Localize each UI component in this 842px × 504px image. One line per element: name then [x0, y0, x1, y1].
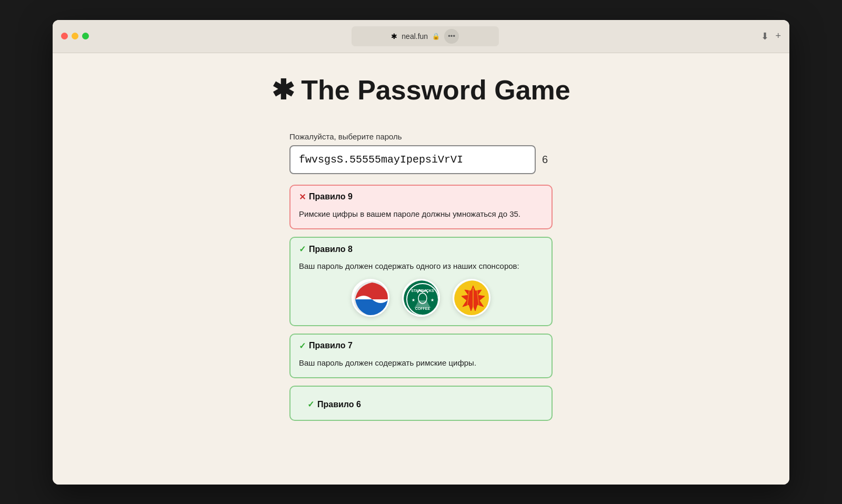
svg-text:★: ★ — [412, 298, 415, 303]
rule-6-header: ✓ Правило 6 — [299, 393, 543, 414]
maximize-button[interactable] — [82, 33, 89, 39]
rule-7-title: Правило 7 — [309, 341, 353, 350]
rule-6-title: Правило 6 — [317, 400, 361, 409]
starbucks-logo: STARBUCKS COFFEE ★ ★ — [402, 279, 440, 317]
page-content: ✱ The Password Game Пожалуйста, выберите… — [53, 53, 789, 485]
rule-8-body: Ваш пароль должен содержать одного из на… — [290, 258, 552, 325]
address-bar: ✱ neal.fun 🔒 ••• — [97, 26, 753, 46]
lock-icon: 🔒 — [432, 33, 440, 40]
rule-8-pass-icon: ✓ — [299, 244, 306, 254]
url-text: neal.fun — [402, 32, 428, 41]
page-title: ✱ The Password Game — [272, 74, 570, 106]
password-input[interactable] — [289, 145, 536, 174]
shell-logo — [453, 279, 490, 317]
rule-9-title: Правило 9 — [309, 192, 353, 201]
browser-window: ✱ neal.fun 🔒 ••• ⬇ + ✱ The Password Game… — [53, 20, 789, 485]
rule-6-pass-icon: ✓ — [307, 399, 314, 409]
url-icon: ✱ — [391, 32, 397, 41]
minimize-button[interactable] — [72, 33, 78, 39]
rule-7-header: ✓ Правило 7 — [290, 335, 552, 355]
sponsors-row: STARBUCKS COFFEE ★ ★ — [299, 279, 543, 317]
rule-9-header: ✕ Правило 9 — [290, 186, 552, 206]
password-length: 6 — [542, 154, 553, 166]
svg-point-2 — [404, 280, 440, 317]
pepsi-logo — [352, 279, 389, 317]
download-button[interactable]: ⬇ — [761, 31, 769, 42]
rule-9-body: Римские цифры в вашем пароле должны умно… — [290, 206, 552, 229]
svg-text:★: ★ — [430, 298, 434, 303]
title-text: The Password Game — [301, 74, 570, 106]
password-label: Пожалуйста, выберите пароль — [289, 132, 553, 141]
rule-card-7: ✓ Правило 7 Ваш пароль должен содержать … — [289, 334, 553, 379]
address-bar-inner[interactable]: ✱ neal.fun 🔒 ••• — [352, 26, 499, 46]
browser-chrome: ✱ neal.fun 🔒 ••• ⬇ + — [53, 20, 789, 53]
rule-card-8: ✓ Правило 8 Ваш пароль должен содержать … — [289, 237, 553, 326]
game-area: Пожалуйста, выберите пароль 6 ✕ Правило … — [289, 132, 553, 424]
title-star-icon: ✱ — [272, 74, 295, 106]
rule-8-text: Ваш пароль должен содержать одного из на… — [299, 261, 519, 270]
browser-actions: ⬇ + — [761, 31, 781, 42]
traffic-lights — [61, 33, 89, 39]
rule-8-title: Правило 8 — [309, 245, 353, 254]
rule-7-pass-icon: ✓ — [299, 341, 306, 351]
rule-card-6-peek: ✓ Правило 6 — [289, 386, 553, 421]
rule-9-fail-icon: ✕ — [299, 192, 306, 202]
rule-7-body: Ваш пароль должен содержать римские цифр… — [290, 355, 552, 378]
rule-8-header: ✓ Правило 8 — [290, 238, 552, 258]
more-options-button[interactable]: ••• — [444, 29, 459, 44]
close-button[interactable] — [61, 33, 68, 39]
rule-card-9: ✕ Правило 9 Римские цифры в вашем пароле… — [289, 185, 553, 230]
new-tab-button[interactable]: + — [775, 31, 781, 42]
password-input-row: 6 — [289, 145, 553, 174]
